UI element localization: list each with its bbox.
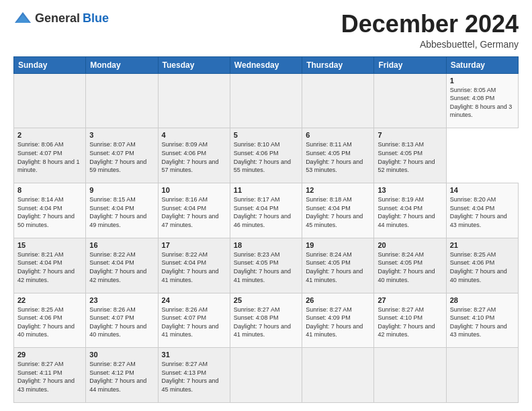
day-number: 21 (450, 241, 515, 249)
calendar-week-3: 8Sunrise: 8:14 AMSunset: 4:04 PMDaylight… (14, 183, 519, 238)
day-number: 8 (17, 186, 82, 194)
calendar-week-4: 15Sunrise: 8:21 AMSunset: 4:04 PMDayligh… (14, 238, 519, 293)
day-number: 9 (89, 186, 154, 194)
calendar-cell: 14Sunrise: 8:20 AMSunset: 4:04 PMDayligh… (446, 183, 518, 238)
calendar-cell: 10Sunrise: 8:16 AMSunset: 4:04 PMDayligh… (158, 183, 230, 238)
calendar-cell: 16Sunrise: 8:22 AMSunset: 4:04 PMDayligh… (86, 238, 158, 293)
calendar-cell (302, 73, 374, 128)
calendar-cell: 12Sunrise: 8:18 AMSunset: 4:04 PMDayligh… (302, 183, 374, 238)
day-number: 2 (17, 131, 82, 139)
calendar-week-6: 29Sunrise: 8:27 AMSunset: 4:11 PMDayligh… (14, 348, 519, 403)
calendar-cell (302, 348, 374, 403)
calendar-cell (446, 348, 518, 403)
day-number: 3 (89, 131, 154, 139)
calendar-header-sunday: Sunday (14, 56, 86, 73)
day-info: Sunrise: 8:21 AMSunset: 4:04 PMDaylight:… (17, 250, 82, 284)
calendar-cell: 31Sunrise: 8:27 AMSunset: 4:13 PMDayligh… (158, 348, 230, 403)
day-info: Sunrise: 8:09 AMSunset: 4:06 PMDaylight:… (162, 140, 226, 174)
day-number: 13 (378, 186, 442, 194)
calendar-cell: 24Sunrise: 8:26 AMSunset: 4:07 PMDayligh… (158, 293, 230, 348)
day-info: Sunrise: 8:26 AMSunset: 4:07 PMDaylight:… (162, 306, 226, 339)
day-info: Sunrise: 8:07 AMSunset: 4:07 PMDaylight:… (89, 140, 154, 174)
day-number: 1 (450, 77, 515, 85)
day-info: Sunrise: 8:13 AMSunset: 4:05 PMDaylight:… (378, 140, 442, 174)
day-info: Sunrise: 8:11 AMSunset: 4:05 PMDaylight:… (306, 140, 370, 174)
calendar-cell: 22Sunrise: 8:25 AMSunset: 4:06 PMDayligh… (14, 293, 86, 348)
calendar-cell: 4Sunrise: 8:09 AMSunset: 4:06 PMDaylight… (158, 128, 230, 183)
day-info: Sunrise: 8:18 AMSunset: 4:04 PMDaylight:… (306, 195, 370, 229)
calendar-cell: 30Sunrise: 8:27 AMSunset: 4:12 PMDayligh… (86, 348, 158, 403)
day-info: Sunrise: 8:17 AMSunset: 4:04 PMDaylight:… (234, 195, 298, 229)
day-number: 23 (89, 296, 154, 304)
day-info: Sunrise: 8:27 AMSunset: 4:13 PMDaylight:… (162, 360, 226, 394)
calendar-cell: 18Sunrise: 8:23 AMSunset: 4:05 PMDayligh… (230, 238, 302, 293)
calendar-header-tuesday: Tuesday (158, 56, 230, 73)
day-number: 17 (162, 241, 226, 249)
day-info: Sunrise: 8:24 AMSunset: 4:05 PMDaylight:… (378, 250, 442, 284)
day-number: 18 (234, 241, 298, 249)
day-info: Sunrise: 8:10 AMSunset: 4:06 PMDaylight:… (234, 140, 298, 174)
calendar-cell (230, 73, 302, 128)
day-number: 10 (162, 186, 226, 194)
page: GeneralBlue December 2024 Abbesbuettel, … (0, 0, 532, 411)
day-number: 22 (17, 296, 82, 304)
day-number: 30 (89, 351, 154, 359)
calendar-cell: 26Sunrise: 8:27 AMSunset: 4:09 PMDayligh… (302, 293, 374, 348)
calendar-cell: 20Sunrise: 8:24 AMSunset: 4:05 PMDayligh… (374, 238, 446, 293)
calendar-header-monday: Monday (86, 56, 158, 73)
day-number: 20 (378, 241, 442, 249)
calendar-cell: 19Sunrise: 8:24 AMSunset: 4:05 PMDayligh… (302, 238, 374, 293)
calendar-cell (14, 73, 86, 128)
logo-area: GeneralBlue (13, 11, 109, 26)
header: GeneralBlue December 2024 Abbesbuettel, … (13, 11, 519, 50)
day-info: Sunrise: 8:20 AMSunset: 4:04 PMDaylight:… (450, 195, 515, 229)
day-number: 11 (234, 186, 298, 194)
calendar-cell: 13Sunrise: 8:19 AMSunset: 4:04 PMDayligh… (374, 183, 446, 238)
location-title: Abbesbuettel, Germany (341, 39, 519, 50)
calendar-cell: 1Sunrise: 8:05 AMSunset: 4:08 PMDaylight… (446, 73, 518, 128)
day-info: Sunrise: 8:25 AMSunset: 4:06 PMDaylight:… (450, 250, 515, 284)
day-info: Sunrise: 8:27 AMSunset: 4:09 PMDaylight:… (306, 306, 370, 339)
calendar-week-5: 22Sunrise: 8:25 AMSunset: 4:06 PMDayligh… (14, 293, 519, 348)
day-number: 29 (17, 351, 82, 359)
day-number: 27 (378, 296, 442, 304)
calendar-cell: 7Sunrise: 8:13 AMSunset: 4:05 PMDaylight… (374, 128, 446, 183)
calendar-header-friday: Friday (374, 56, 446, 73)
day-info: Sunrise: 8:27 AMSunset: 4:08 PMDaylight:… (234, 306, 298, 339)
day-info: Sunrise: 8:23 AMSunset: 4:05 PMDaylight:… (234, 250, 298, 284)
calendar-cell: 9Sunrise: 8:15 AMSunset: 4:04 PMDaylight… (86, 183, 158, 238)
day-info: Sunrise: 8:22 AMSunset: 4:04 PMDaylight:… (162, 250, 226, 284)
day-number: 12 (306, 186, 370, 194)
day-info: Sunrise: 8:27 AMSunset: 4:10 PMDaylight:… (378, 306, 442, 339)
day-number: 7 (378, 131, 442, 139)
calendar-header-row: SundayMondayTuesdayWednesdayThursdayFrid… (14, 56, 519, 73)
day-number: 31 (162, 351, 226, 359)
logo-text-general: General (35, 11, 80, 26)
calendar-table: SundayMondayTuesdayWednesdayThursdayFrid… (13, 56, 519, 403)
calendar-cell (374, 73, 446, 128)
logo: GeneralBlue (13, 11, 109, 26)
calendar-cell: 8Sunrise: 8:14 AMSunset: 4:04 PMDaylight… (14, 183, 86, 238)
day-info: Sunrise: 8:06 AMSunset: 4:07 PMDaylight:… (17, 140, 82, 174)
calendar-cell: 29Sunrise: 8:27 AMSunset: 4:11 PMDayligh… (14, 348, 86, 403)
calendar-cell (230, 348, 302, 403)
day-number: 4 (162, 131, 226, 139)
title-area: December 2024 Abbesbuettel, Germany (341, 11, 519, 50)
calendar-cell: 27Sunrise: 8:27 AMSunset: 4:10 PMDayligh… (374, 293, 446, 348)
calendar-cell: 3Sunrise: 8:07 AMSunset: 4:07 PMDaylight… (86, 128, 158, 183)
day-info: Sunrise: 8:25 AMSunset: 4:06 PMDaylight:… (17, 306, 82, 339)
calendar-header-saturday: Saturday (446, 56, 518, 73)
day-info: Sunrise: 8:15 AMSunset: 4:04 PMDaylight:… (89, 195, 154, 229)
logo-text-blue: Blue (83, 11, 109, 26)
calendar-cell: 21Sunrise: 8:25 AMSunset: 4:06 PMDayligh… (446, 238, 518, 293)
day-number: 16 (89, 241, 154, 249)
calendar-cell: 5Sunrise: 8:10 AMSunset: 4:06 PMDaylight… (230, 128, 302, 183)
calendar-cell (86, 73, 158, 128)
day-number: 26 (306, 296, 370, 304)
day-number: 14 (450, 186, 515, 194)
calendar-cell: 6Sunrise: 8:11 AMSunset: 4:05 PMDaylight… (302, 128, 374, 183)
day-number: 24 (162, 296, 226, 304)
day-number: 25 (234, 296, 298, 304)
calendar-cell (374, 348, 446, 403)
day-number: 19 (306, 241, 370, 249)
